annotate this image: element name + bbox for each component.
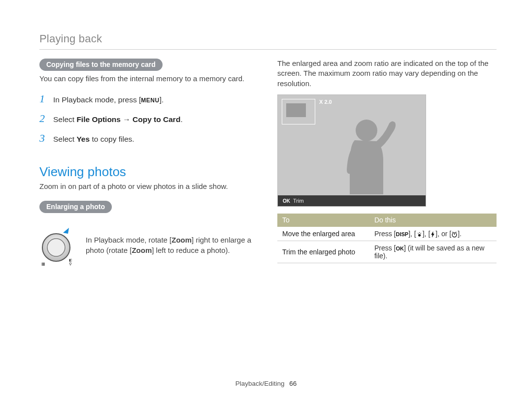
copy-steps: 1 In Playback mode, press [MENU]. 2 Sele… (39, 93, 259, 145)
col-do-this: Do this (369, 214, 497, 227)
table-row: Move the enlarged area Press [DISP], [],… (277, 227, 497, 241)
svg-text:▦: ▦ (41, 262, 45, 266)
disp-button-label: DISP (396, 231, 408, 238)
flash-bolt-icon (430, 231, 435, 238)
zoom-dial-block: ▦ ⚲ ◧ In Playback mode, rotate [Zoom] ri… (39, 225, 259, 266)
text: Select (53, 135, 76, 143)
actions-table: To Do this Move the enlarged area Press … (277, 214, 497, 264)
self-timer-icon (451, 231, 458, 238)
col-to: To (277, 214, 369, 227)
left-column: Copying files to the memory card You can… (39, 59, 259, 266)
ok-button-label: OK (396, 245, 404, 252)
zoom-area-indicator (282, 99, 315, 124)
text: left to reduce a photo). (154, 246, 230, 254)
viewing-intro: Zoom in on part of a photo or view photo… (39, 182, 259, 191)
step-number: 2 (39, 112, 46, 125)
child-silhouette-icon (330, 116, 399, 194)
zoom-area-inner (286, 103, 306, 117)
right-column: The enlarged area and zoom ratio are ind… (277, 59, 497, 266)
text: . (180, 115, 182, 123)
svg-point-1 (47, 239, 65, 256)
text: ], [ (408, 230, 416, 238)
zoom-label: Zoom (132, 246, 152, 254)
step-text: In Playback mode, press [MENU]. (53, 95, 164, 104)
svg-text:⚲: ⚲ (69, 262, 72, 266)
text: ], or [ (435, 230, 451, 238)
zoom-dial-illustration: ▦ ⚲ ◧ (39, 225, 75, 266)
manual-page: Playing back Copying files to the memory… (0, 0, 532, 401)
copy-intro: You can copy files from the internal mem… (39, 74, 259, 84)
ok-label: OK (283, 196, 290, 207)
text: In Playback mode, rotate (86, 236, 169, 244)
two-column-layout: Copying files to the memory card You can… (39, 59, 497, 266)
page-footer: Playback/Editing 66 (0, 380, 532, 387)
zoom-ratio-note: The enlarged area and zoom ratio are ind… (277, 59, 497, 89)
menu-button-label: MENU (141, 97, 159, 104)
action-instruction: Press [OK] (it will be saved as a new fi… (369, 241, 497, 263)
step-number: 1 (39, 93, 46, 105)
action-name: Move the enlarged area (277, 227, 369, 241)
zoom-ratio-label: X 2.0 (319, 99, 332, 105)
step-text: Select Yes to copy files. (53, 135, 134, 144)
text: Press [ (374, 230, 396, 238)
text: ], [ (423, 230, 431, 238)
text: ]. (160, 95, 164, 104)
macro-flower-icon (416, 231, 423, 238)
svg-text:◧: ◧ (69, 258, 72, 262)
page-number: 66 (289, 380, 297, 387)
step-3: 3 Select Yes to copy files. (39, 132, 259, 145)
lcd-preview: X 2.0 OKTrim (277, 94, 426, 207)
bold-text: Yes (76, 135, 90, 143)
text: In Playback mode, press [ (53, 95, 141, 104)
step-2: 2 Select File Options → Copy to Card. (39, 112, 259, 125)
action-instruction: Press [DISP], [], [], or []. (369, 227, 497, 241)
step-text: Select File Options → Copy to Card. (53, 115, 183, 124)
heading-viewing-photos: Viewing photos (39, 164, 259, 180)
lcd-footer-bar: OKTrim (278, 195, 426, 206)
subheading-copy-to-card: Copying files to the memory card (39, 59, 163, 71)
zoom-label: Zoom (171, 236, 192, 244)
footer-label: Playback/Editing (235, 380, 285, 387)
divider (39, 49, 497, 50)
subheading-enlarging: Enlarging a photo (39, 201, 112, 213)
text: to copy files. (90, 135, 134, 143)
table-row: Trim the enlarged photo Press [OK] (it w… (277, 241, 497, 263)
enlarge-instruction: In Playback mode, rotate [Zoom] right to… (86, 235, 259, 255)
svg-point-5 (356, 120, 377, 141)
step-number: 3 (39, 132, 46, 145)
text: ]. (458, 230, 462, 238)
trim-label: Trim (293, 198, 304, 204)
action-name: Trim the enlarged photo (277, 241, 369, 263)
bold-text: File Options → Copy to Card (76, 115, 180, 123)
text: Select (53, 115, 76, 123)
text: Press [ (374, 244, 396, 252)
step-1: 1 In Playback mode, press [MENU]. (39, 93, 259, 105)
section-title: Playing back (39, 32, 497, 45)
